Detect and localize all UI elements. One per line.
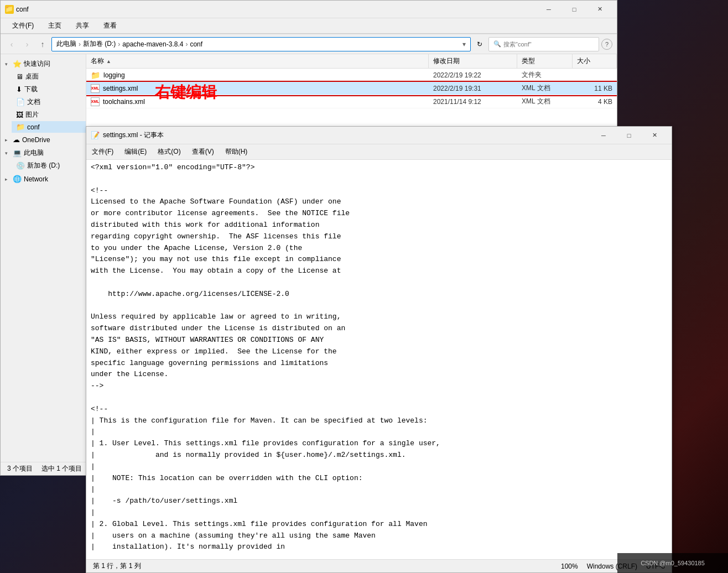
forward-button[interactable]: › xyxy=(20,38,34,51)
sidebar-item-documents[interactable]: 📄 文档 xyxy=(12,96,86,108)
explorer-titlebar: 📁 conf ─ □ ✕ xyxy=(1,1,617,18)
file-cell-date: 2022/2/19 19:31 xyxy=(429,82,517,95)
thispc-label: 此电脑 xyxy=(24,148,44,158)
notepad-line: <?xml version="1.0" encoding="UTF-8"?> xyxy=(91,162,667,174)
notepad-line: under the License. xyxy=(91,369,667,381)
notepad-line: | -s /path/to/user/settings.xml xyxy=(91,496,667,507)
notepad-content[interactable]: <?xml version="1.0" encoding="UTF-8"?> <… xyxy=(86,160,672,559)
ribbon-tab-share[interactable]: 共享 xyxy=(69,18,96,33)
csdn-watermark: CSDN @m0_59430185 xyxy=(617,553,728,573)
col-header-date[interactable]: 修改日期 xyxy=(429,54,517,68)
col-type-label: 类型 xyxy=(522,56,535,66)
search-icon: 🔍 xyxy=(493,40,501,48)
ribbon-tab-file[interactable]: 文件(F) xyxy=(5,18,41,33)
path-sep-1: › xyxy=(79,40,81,48)
sidebar-section-onedrive: ▸ ☁ OneDrive xyxy=(1,134,86,145)
notepad-line: specific language governing permissions … xyxy=(91,358,667,369)
file-list-header: 名称 ▲ 修改日期 类型 大小 xyxy=(86,54,617,69)
refresh-button[interactable]: ↻ xyxy=(473,38,486,51)
sidebar-documents-label: 文档 xyxy=(27,97,40,107)
notepad-line: or more contributor license agreements. … xyxy=(91,208,667,220)
file-name: settings.xml xyxy=(103,85,138,92)
notepad-line: <!-- xyxy=(91,404,667,415)
ribbon-tab-home[interactable]: 主页 xyxy=(41,18,69,33)
network-chevron-icon: ▸ xyxy=(5,176,11,182)
network-icon: 🌐 xyxy=(13,175,22,183)
notepad-line: | xyxy=(91,484,667,496)
address-bar: ‹ › ↑ 此电脑 › 新加卷 (D:) › apache-maven-3.8.… xyxy=(1,34,617,54)
notepad-line: Unless required by applicable law or agr… xyxy=(91,311,667,323)
notepad-window: 📝 settings.xml - 记事本 ─ □ ✕ 文件(F) 编辑(E) 格… xyxy=(86,126,672,573)
minimize-button[interactable]: ─ xyxy=(536,1,561,18)
sidebar-item-pictures[interactable]: 🖼 图片 xyxy=(12,108,86,121)
notepad-line: | and is normally provided in ${user.hom… xyxy=(91,450,667,461)
file-cell-date: 2021/11/14 9:12 xyxy=(429,95,517,108)
address-path[interactable]: 此电脑 › 新加卷 (D:) › apache-maven-3.8.4 › co… xyxy=(51,37,471,51)
col-header-type[interactable]: 类型 xyxy=(517,54,573,68)
file-cell-name: 📁 logging xyxy=(86,69,429,81)
window-controls: ─ □ ✕ xyxy=(536,1,612,18)
close-button[interactable]: ✕ xyxy=(587,1,612,18)
notepad-line: | This is the configuration file for Mav… xyxy=(91,415,667,427)
notepad-line: "License"); you may not use this file ex… xyxy=(91,254,667,265)
file-cell-type: XML 文档 xyxy=(517,82,573,95)
notepad-menu-view[interactable]: 查看(V) xyxy=(186,145,220,158)
notepad-line: | NOTE: This location can be overridden … xyxy=(91,473,667,485)
folder-icon: 📁 xyxy=(91,71,100,80)
file-cell-type: 文件夹 xyxy=(517,69,573,81)
path-thispc[interactable]: 此电脑 xyxy=(56,39,76,49)
csdn-text: CSDN @m0_59430185 xyxy=(641,560,705,566)
sidebar-item-newvolume[interactable]: 💿 新加卷 (D:) xyxy=(12,159,86,172)
sidebar-thispc-header[interactable]: ▾ 💻 此电脑 xyxy=(1,147,86,159)
file-cell-size: 4 KB xyxy=(573,95,617,108)
path-newvol[interactable]: 新加卷 (D:) xyxy=(83,39,116,49)
notepad-zoom: 100% xyxy=(561,562,578,570)
notepad-menu-format[interactable]: 格式(O) xyxy=(152,145,186,158)
notepad-menu-edit[interactable]: 编辑(E) xyxy=(119,145,152,158)
sidebar-item-downloads[interactable]: ⬇ 下载 xyxy=(12,83,86,96)
thispc-children: 💿 新加卷 (D:) xyxy=(1,159,86,172)
sidebar-network-header[interactable]: ▸ 🌐 Network xyxy=(1,173,86,185)
search-input[interactable] xyxy=(503,41,594,48)
notepad-line: regarding copyright ownership. The ASF l… xyxy=(91,231,667,243)
onedrive-icon: ☁ xyxy=(13,136,20,144)
documents-icon: 📄 xyxy=(16,98,25,106)
notepad-icon: 📝 xyxy=(91,131,100,140)
sidebar-item-desktop[interactable]: 🖥 桌面 xyxy=(12,70,86,83)
sidebar-newvolume-label: 新加卷 (D:) xyxy=(27,161,60,170)
file-name: toolchains.xml xyxy=(103,98,145,106)
notepad-minimize-button[interactable]: ─ xyxy=(591,127,616,144)
path-maven[interactable]: apache-maven-3.8.4 xyxy=(122,40,183,48)
help-button[interactable]: ? xyxy=(601,39,612,50)
titlebar-left: 📁 conf xyxy=(5,5,29,14)
path-dropdown-icon[interactable]: ▾ xyxy=(462,40,466,48)
notepad-line xyxy=(91,277,667,289)
table-row[interactable]: XML toolchains.xml 2021/11/14 9:12 XML 文… xyxy=(86,95,617,108)
path-conf[interactable]: conf xyxy=(190,40,202,48)
notepad-line: distributed with this work for additiona… xyxy=(91,220,667,231)
notepad-title-left: 📝 settings.xml - 记事本 xyxy=(91,131,164,140)
conf-icon: 📁 xyxy=(16,123,25,131)
up-button[interactable]: ↑ xyxy=(36,38,49,51)
col-header-name[interactable]: 名称 ▲ xyxy=(86,54,429,68)
sidebar-item-conf[interactable]: 📁 conf xyxy=(12,121,86,133)
notepad-menu-file[interactable]: 文件(F) xyxy=(86,145,119,158)
notepad-menu-help[interactable]: 帮助(H) xyxy=(220,145,253,158)
ribbon-tab-view[interactable]: 查看 xyxy=(96,18,124,33)
explorer-icon: 📁 xyxy=(5,5,14,14)
explorer-title: conf xyxy=(16,6,29,13)
notepad-line: --> xyxy=(91,381,667,392)
sidebar-section-network: ▸ 🌐 Network xyxy=(1,173,86,185)
table-row[interactable]: XML settings.xml 2022/2/19 19:31 XML 文档 … xyxy=(86,82,617,95)
search-box[interactable]: 🔍 xyxy=(488,37,599,51)
sidebar: ▾ ⭐ 快速访问 🖥 桌面 ⬇ 下载 📄 文档 xyxy=(1,54,86,462)
col-header-size[interactable]: 大小 xyxy=(573,54,617,68)
sidebar-onedrive-header[interactable]: ▸ ☁ OneDrive xyxy=(1,134,86,145)
notepad-maximize-button[interactable]: □ xyxy=(616,127,642,144)
maximize-button[interactable]: □ xyxy=(561,1,587,18)
back-button[interactable]: ‹ xyxy=(5,38,18,51)
notepad-close-button[interactable]: ✕ xyxy=(642,127,667,144)
table-row[interactable]: 📁 logging 2022/2/19 19:22 文件夹 xyxy=(86,69,617,82)
notepad-line: KIND, either express or implied. See the… xyxy=(91,346,667,358)
sidebar-quickaccess-header[interactable]: ▾ ⭐ 快速访问 xyxy=(1,58,86,70)
